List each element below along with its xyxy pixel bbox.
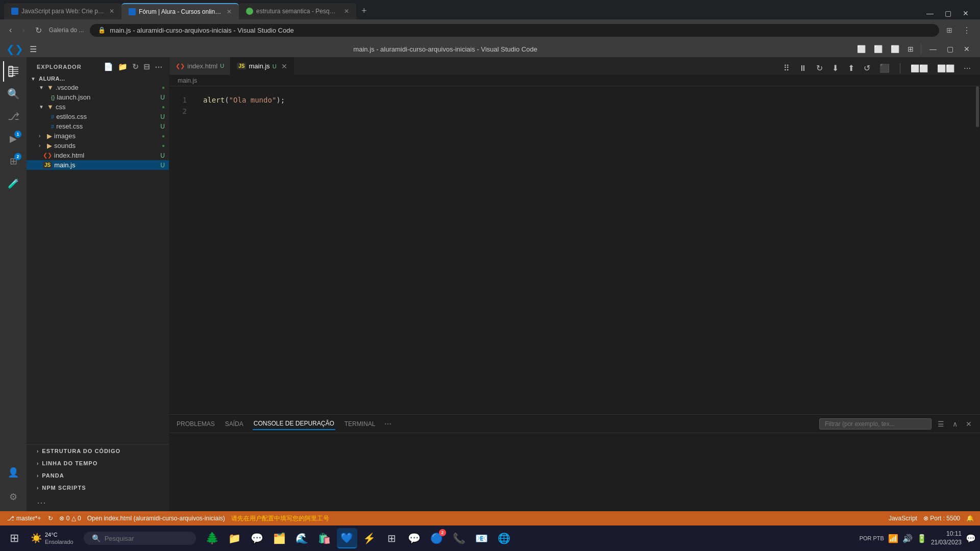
activity-btn-git[interactable]: ⎇ xyxy=(3,106,23,127)
folder-sounds[interactable]: › ▶ sounds ● xyxy=(27,141,169,151)
taskbar-search-container[interactable]: 🔍 xyxy=(84,532,196,545)
browser-close-btn[interactable]: ✕ xyxy=(958,7,974,19)
folder-css[interactable]: ▼ ▼ css ● xyxy=(27,102,169,112)
activity-btn-settings[interactable]: ⚙ xyxy=(3,487,23,507)
debug-pause-btn[interactable]: ⏸ xyxy=(796,62,810,75)
panel-chevron-up-btn[interactable]: ∧ xyxy=(950,419,960,429)
status-branch[interactable]: ⎇ master*+ xyxy=(4,515,44,522)
taskbar-battery[interactable]: 🔋 xyxy=(917,534,927,543)
file-index-html[interactable]: ❮❯ index.html U xyxy=(27,151,169,160)
taskbar-search[interactable] xyxy=(105,535,181,542)
panel-tab-terminal[interactable]: TERMINAL xyxy=(344,418,377,430)
status-bell[interactable]: 🔔 xyxy=(964,515,976,522)
debug-more-btn[interactable]: ⋯ xyxy=(961,62,974,74)
window-close-btn[interactable]: ✕ xyxy=(960,44,974,54)
taskbar-wifi[interactable]: 📶 xyxy=(888,534,898,543)
browser-tab-1[interactable]: JavaScript para Web: Crie página... ✕ xyxy=(4,3,121,19)
editor-tab-index-html[interactable]: ❮❯ index.html U xyxy=(169,57,231,75)
activity-btn-extensions[interactable]: ⊞ 2 xyxy=(3,151,23,171)
panel-filter-btn[interactable]: ☰ xyxy=(936,419,946,429)
status-port[interactable]: ⊗ Port : 5500 xyxy=(921,515,962,522)
taskbar-app-mail[interactable]: 📧 xyxy=(472,528,492,548)
section-panda[interactable]: › PANDA xyxy=(27,469,169,482)
browser-tab-3[interactable]: estrutura semantica - Pesquisa G... ✕ xyxy=(239,3,356,19)
hamburger-icon[interactable]: ☰ xyxy=(30,44,37,54)
taskbar-app-vscode-active[interactable]: 💙 xyxy=(337,528,357,548)
taskbar-app-store[interactable]: 🛍️ xyxy=(314,528,335,548)
taskbar-app-chat[interactable]: 💬 xyxy=(404,528,425,548)
tree-root[interactable]: ▼ ALURA... xyxy=(27,74,169,83)
tab1-close[interactable]: ✕ xyxy=(109,8,114,15)
forward-button[interactable]: › xyxy=(19,23,28,37)
tab3-close[interactable]: ✕ xyxy=(344,8,349,15)
status-language[interactable]: JavaScript xyxy=(887,515,919,522)
file-main-js[interactable]: JS main.js U xyxy=(27,160,169,170)
section-estrutura[interactable]: › ESTRUTURA DO CÓDIGO xyxy=(27,444,169,457)
status-open-file[interactable]: Open index.html (aluramidi-curso-arquivo… xyxy=(85,515,227,522)
debug-restart-btn[interactable]: ↻ xyxy=(813,61,826,75)
new-file-icon[interactable]: 📄 xyxy=(104,62,114,71)
panel-more-btn[interactable]: ⋯ xyxy=(384,420,391,428)
code-content[interactable]: alert("Ola mundo"); xyxy=(195,86,975,414)
address-bar-container[interactable]: 🔒 xyxy=(90,24,939,37)
debug-step-over-btn[interactable]: ⬇ xyxy=(829,61,842,75)
file-estilos-css[interactable]: # estilos.css U xyxy=(27,112,169,121)
taskbar-clock[interactable]: 10:11 21/03/2023 xyxy=(931,530,962,547)
debug-stop-btn[interactable]: ⬛ xyxy=(876,61,893,75)
panel-close-btn[interactable]: ✕ xyxy=(964,419,974,429)
taskbar-app-files[interactable]: 🗂️ xyxy=(270,528,290,548)
taskbar-app-explorer[interactable]: 🌲 xyxy=(202,528,223,548)
new-folder-icon[interactable]: 📁 xyxy=(118,62,128,71)
taskbar-sound[interactable]: 🔊 xyxy=(902,534,913,543)
more-icon[interactable]: ⋯ xyxy=(37,497,46,508)
activity-btn-debug[interactable]: ▶ 1 xyxy=(3,129,23,149)
new-tab-button[interactable]: + xyxy=(356,3,372,19)
editor-tab-main-js[interactable]: JS main.js U ✕ xyxy=(231,57,293,75)
back-button[interactable]: ‹ xyxy=(6,23,15,37)
address-bar[interactable] xyxy=(110,27,931,34)
activity-btn-search[interactable]: 🔍 xyxy=(3,84,23,104)
activity-btn-account[interactable]: 👤 xyxy=(3,462,23,483)
collapse-all-icon[interactable]: ⊟ xyxy=(143,62,151,71)
window-layout-1[interactable]: ⬜ xyxy=(854,44,869,54)
window-min-btn[interactable]: — xyxy=(925,44,941,54)
window-layout-2[interactable]: ⬜ xyxy=(871,44,886,54)
debug-step-out-btn[interactable]: ↺ xyxy=(861,61,873,75)
panel-tab-problems[interactable]: PROBLEMAS xyxy=(176,418,216,430)
panel-search-input[interactable] xyxy=(819,418,932,430)
browser-max-btn[interactable]: ▢ xyxy=(940,7,957,19)
taskbar-app-skype[interactable]: 📞 xyxy=(449,528,470,548)
status-sync[interactable]: ↻ xyxy=(46,515,55,522)
window-layout-3[interactable]: ⬜ xyxy=(888,44,902,54)
debug-dots-btn[interactable]: ⠿ xyxy=(780,61,793,75)
debug-toggle-1[interactable]: ⬜⬜ xyxy=(908,62,931,74)
activity-btn-explorer[interactable] xyxy=(3,61,23,82)
code-editor[interactable]: 1 2 alert("Ola mundo"); xyxy=(169,86,980,414)
start-button[interactable]: ⊞ xyxy=(4,528,24,548)
taskbar-app-grid[interactable]: ⊞ xyxy=(382,528,402,548)
browser-min-btn[interactable]: — xyxy=(921,7,939,19)
file-reset-css[interactable]: # reset.css U xyxy=(27,121,169,131)
sidebar-more-icon[interactable]: ⋯ xyxy=(155,62,163,71)
reload-button[interactable]: ↻ xyxy=(32,23,45,37)
folder-vscode[interactable]: ▼ ▼ .vscode ● xyxy=(27,83,169,92)
browser-tab-2[interactable]: Fórum | Alura - Cursos online de... ✕ xyxy=(121,3,239,19)
editor-scrollbar[interactable] xyxy=(975,86,980,414)
taskbar-app-edge[interactable]: 🌊 xyxy=(292,528,312,548)
js-tab-close[interactable]: ✕ xyxy=(281,62,287,70)
browser-menu-btn[interactable]: ⋮ xyxy=(960,23,974,37)
folder-images[interactable]: › ▶ images ● xyxy=(27,131,169,141)
taskbar-app-calc[interactable]: 🔵 2 xyxy=(427,528,447,548)
editor-scrollbar-thumb[interactable] xyxy=(976,86,979,127)
status-errors[interactable]: ⊗ 0 △ 0 xyxy=(57,515,83,522)
window-max-btn[interactable]: ▢ xyxy=(943,44,958,54)
taskbar-app-browser[interactable]: 🌐 xyxy=(494,528,514,548)
window-layout-4[interactable]: ⊞ xyxy=(904,44,917,54)
section-timeline[interactable]: › LINHA DO TEMPO xyxy=(27,457,169,469)
panel-tab-saida[interactable]: SAÍDA xyxy=(224,418,244,430)
taskbar-app-2[interactable]: 💬 xyxy=(247,528,267,548)
section-npm[interactable]: › NPM SCRIPTS xyxy=(27,482,169,494)
debug-toggle-2[interactable]: ⬜⬜ xyxy=(934,62,958,74)
extensions-btn[interactable]: ⊞ xyxy=(943,24,955,36)
taskbar-app-1[interactable]: 📁 xyxy=(225,528,245,548)
